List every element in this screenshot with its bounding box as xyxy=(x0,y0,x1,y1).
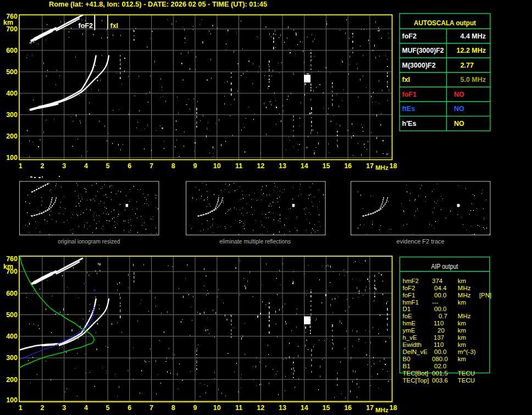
svg-text:MUF(3000)F2: MUF(3000)F2 xyxy=(402,47,444,54)
svg-text:300: 300 xyxy=(6,354,18,362)
svg-text:9: 9 xyxy=(193,162,197,170)
svg-text:00.0: 00.0 xyxy=(434,292,446,298)
svg-text:TECU: TECU xyxy=(458,377,475,384)
svg-text:B1: B1 xyxy=(403,363,411,369)
svg-text:3: 3 xyxy=(62,162,66,170)
svg-text:km: km xyxy=(3,19,13,26)
svg-text:18: 18 xyxy=(390,404,397,412)
svg-text:km: km xyxy=(458,278,466,284)
svg-text:km: km xyxy=(3,263,13,270)
svg-text:NO: NO xyxy=(454,120,464,128)
svg-text:760: 760 xyxy=(6,255,18,263)
svg-text:00.0: 00.0 xyxy=(434,348,446,355)
svg-text:1: 1 xyxy=(19,162,23,170)
svg-text:6: 6 xyxy=(128,162,131,170)
svg-text:hmF2: hmF2 xyxy=(403,278,419,284)
svg-text:MHz: MHz xyxy=(458,285,471,291)
svg-text:Ewidth: Ewidth xyxy=(403,341,422,348)
svg-text:MHz: MHz xyxy=(375,164,389,171)
svg-text:evidence F2 trace: evidence F2 trace xyxy=(396,238,444,245)
svg-text:5.0 MHz: 5.0 MHz xyxy=(460,76,486,84)
svg-text:1: 1 xyxy=(19,404,23,412)
svg-text:8: 8 xyxy=(171,404,175,412)
svg-text:600: 600 xyxy=(6,47,18,54)
svg-text:200: 200 xyxy=(6,376,18,384)
svg-text:hmE: hmE xyxy=(403,320,416,327)
svg-text:02.0: 02.0 xyxy=(434,363,446,369)
svg-text:400: 400 xyxy=(6,90,18,97)
svg-text:h'Es: h'Es xyxy=(402,120,417,128)
svg-text:hmF1: hmF1 xyxy=(403,299,419,306)
svg-text:374: 374 xyxy=(432,278,443,284)
svg-text:10: 10 xyxy=(213,162,221,170)
svg-text:15: 15 xyxy=(322,404,330,412)
svg-text:6: 6 xyxy=(128,404,131,412)
svg-text:ymE: ymE xyxy=(403,327,415,334)
svg-text:17: 17 xyxy=(366,404,374,412)
svg-text:3: 3 xyxy=(62,404,66,412)
svg-text:[PN]: [PN] xyxy=(479,292,491,298)
svg-text:16: 16 xyxy=(344,404,352,412)
svg-text:M(3000)F2: M(3000)F2 xyxy=(402,62,436,69)
svg-text:---: --- xyxy=(432,299,439,306)
svg-text:km: km xyxy=(458,327,466,334)
svg-text:11: 11 xyxy=(235,162,242,170)
svg-text:2: 2 xyxy=(40,404,44,412)
svg-text:00.0: 00.0 xyxy=(434,306,446,312)
svg-text:TEC[Bot]: TEC[Bot] xyxy=(403,370,429,377)
svg-text:500: 500 xyxy=(6,68,18,76)
svg-text:17: 17 xyxy=(366,162,374,170)
svg-text:Rome (lat: +41.8, lon: 012.5): Rome (lat: +41.8, lon: 012.5) - DATE: 20… xyxy=(49,1,267,8)
svg-text:4: 4 xyxy=(84,404,88,412)
svg-text:km: km xyxy=(458,320,466,327)
svg-text:DelN_vE: DelN_vE xyxy=(403,348,428,355)
svg-text:fxI: fxI xyxy=(402,76,411,84)
svg-text:12.2 MHz: 12.2 MHz xyxy=(457,47,486,54)
svg-text:original ionogram resized: original ionogram resized xyxy=(58,238,120,245)
svg-text:m^(-3): m^(-3) xyxy=(458,348,476,355)
svg-text:137: 137 xyxy=(434,334,444,341)
svg-text:MHz: MHz xyxy=(375,407,389,413)
svg-text:foF2: foF2 xyxy=(79,22,93,30)
svg-text:AUTOSCALA output: AUTOSCALA output xyxy=(414,19,476,27)
svg-text:300: 300 xyxy=(6,111,18,119)
svg-text:km: km xyxy=(458,341,466,348)
svg-text:km: km xyxy=(458,334,466,341)
svg-text:TECU: TECU xyxy=(458,370,475,377)
svg-text:100: 100 xyxy=(6,154,18,162)
svg-text:12: 12 xyxy=(257,404,264,412)
svg-text:B0: B0 xyxy=(403,356,411,362)
svg-text:foE: foE xyxy=(403,313,413,319)
svg-text:eliminate multiple reflections: eliminate multiple reflections xyxy=(219,238,291,245)
svg-text:km: km xyxy=(458,356,466,362)
svg-text:foF2: foF2 xyxy=(403,285,415,291)
svg-text:500: 500 xyxy=(6,311,18,319)
svg-text:foF1: foF1 xyxy=(402,91,417,98)
svg-text:12: 12 xyxy=(257,162,264,170)
svg-text:14: 14 xyxy=(301,404,308,412)
svg-text:080.0: 080.0 xyxy=(432,356,448,362)
svg-text:2.77: 2.77 xyxy=(461,62,474,69)
svg-text:0.7: 0.7 xyxy=(439,313,447,319)
svg-text:400: 400 xyxy=(6,333,18,340)
svg-text:600: 600 xyxy=(6,290,18,297)
svg-text:TEC[Top]: TEC[Top] xyxy=(403,377,429,384)
svg-text:04.4: 04.4 xyxy=(434,285,447,291)
svg-text:D1: D1 xyxy=(403,306,411,312)
svg-text:h_vE: h_vE xyxy=(403,334,418,341)
svg-text:18: 18 xyxy=(390,162,397,170)
svg-text:001.5: 001.5 xyxy=(432,370,448,377)
svg-text:9: 9 xyxy=(193,404,197,412)
svg-text:7: 7 xyxy=(149,404,153,412)
svg-text:15: 15 xyxy=(322,162,330,170)
svg-text:10: 10 xyxy=(213,404,221,412)
svg-text:5: 5 xyxy=(106,404,110,412)
svg-text:8: 8 xyxy=(171,162,175,170)
svg-text:14: 14 xyxy=(301,162,308,170)
svg-text:foF2: foF2 xyxy=(402,32,417,40)
svg-text:AIP output: AIP output xyxy=(431,263,459,270)
svg-text:700: 700 xyxy=(6,25,18,33)
svg-text:NO: NO xyxy=(454,91,464,98)
svg-text:5: 5 xyxy=(106,162,110,170)
svg-text:110: 110 xyxy=(434,341,444,348)
